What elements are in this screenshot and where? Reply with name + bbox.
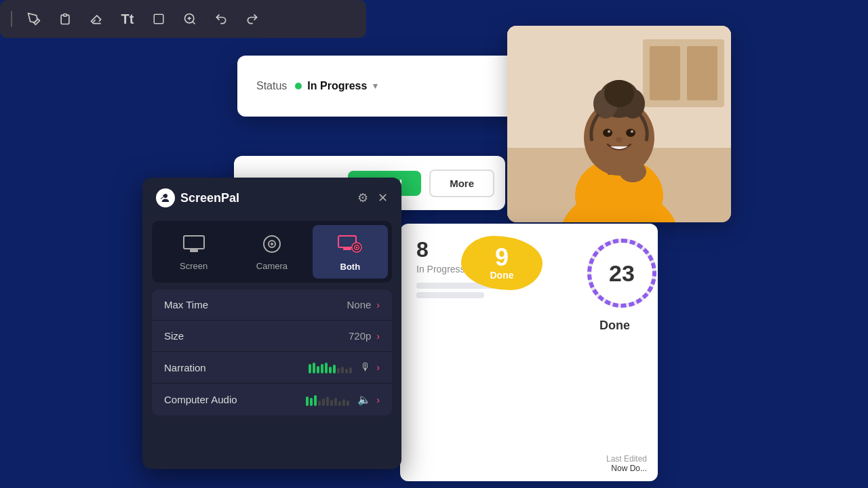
svg-point-15 <box>603 129 612 137</box>
both-icon <box>338 235 362 258</box>
highlighter-icon[interactable] <box>56 9 75 28</box>
last-edited-section: Last Edited Now Do... <box>595 446 658 481</box>
mode-both-button[interactable]: Both <box>313 225 388 279</box>
bar-2 <box>313 363 315 373</box>
cbar-10 <box>342 399 345 406</box>
cbar-1 <box>306 396 309 406</box>
svg-point-19 <box>616 137 623 142</box>
svg-point-18 <box>631 130 633 133</box>
speaker-icon: 🔈 <box>357 393 371 406</box>
cbar-5 <box>322 399 325 406</box>
svg-rect-6 <box>687 46 717 100</box>
circle-stat: 23 <box>585 236 659 310</box>
svg-rect-32 <box>343 248 351 250</box>
max-time-label: Max Time <box>164 299 208 310</box>
bar-7 <box>333 365 336 373</box>
bar-1 <box>309 364 311 373</box>
svg-rect-5 <box>650 46 680 100</box>
cbar-2 <box>310 398 313 406</box>
status-label: Status <box>256 80 287 92</box>
max-time-row[interactable]: Max Time None › <box>152 289 392 321</box>
more-button[interactable]: More <box>429 169 494 197</box>
pen-icon[interactable] <box>24 9 43 28</box>
redo-icon[interactable] <box>243 9 262 28</box>
settings-icon[interactable]: ⚙ <box>357 190 368 205</box>
svg-rect-21 <box>626 161 633 178</box>
undo-icon[interactable] <box>212 9 231 28</box>
close-icon[interactable]: ✕ <box>378 190 388 205</box>
status-panel: Status In Progress ▼ <box>237 56 522 117</box>
max-time-value: None <box>347 299 371 310</box>
mode-camera-label: Camera <box>256 261 288 271</box>
toolbar-divider <box>11 11 12 27</box>
svg-point-30 <box>271 243 273 245</box>
text-icon[interactable]: Tt <box>118 9 137 28</box>
cbar-3 <box>314 395 317 406</box>
svg-point-35 <box>356 247 358 249</box>
last-edited-label: Last Edited <box>606 454 647 464</box>
bar-11 <box>349 367 352 373</box>
circle-label: Done <box>599 319 630 333</box>
bar-6 <box>329 367 332 373</box>
size-chevron-icon: › <box>376 331 380 342</box>
narration-audio-bars <box>309 361 352 373</box>
done-count: 9 <box>495 245 509 270</box>
stat-line-2 <box>416 292 484 298</box>
cbar-11 <box>347 401 349 406</box>
logo-icon <box>156 188 175 207</box>
computer-audio-bars <box>306 394 349 406</box>
screenpal-logo: ScreenPal <box>156 188 239 207</box>
toolbar-panel: Tt <box>0 0 366 38</box>
size-label: Size <box>164 330 184 342</box>
zoom-icon[interactable] <box>180 9 199 28</box>
computer-audio-chevron-icon: › <box>376 394 380 405</box>
narration-chevron-icon: › <box>376 362 380 373</box>
svg-rect-0 <box>154 14 163 24</box>
rectangle-icon[interactable] <box>149 9 168 28</box>
svg-point-14 <box>604 80 634 107</box>
size-value: 720p <box>349 330 371 342</box>
camera-icon <box>262 235 282 257</box>
cbar-4 <box>318 401 321 406</box>
mode-screen-label: Screen <box>180 261 208 271</box>
computer-audio-row[interactable]: Computer Audio 🔈 › <box>152 384 392 415</box>
narration-right: 🎙 › <box>309 361 380 373</box>
mode-camera-button[interactable]: Camera <box>234 225 309 279</box>
computer-audio-right: 🔈 › <box>306 393 380 406</box>
status-dot <box>295 83 302 89</box>
max-time-right: None › <box>347 299 380 310</box>
bar-3 <box>317 366 319 373</box>
screen-icon <box>183 235 205 257</box>
svg-rect-26 <box>184 236 204 249</box>
bar-5 <box>325 363 328 373</box>
screenpal-panel: ScreenPal ⚙ ✕ Screen <box>142 178 401 469</box>
person-photo <box>507 26 731 222</box>
svg-point-25 <box>163 195 164 197</box>
status-value: In Progress <box>307 80 367 92</box>
bar-10 <box>345 369 348 373</box>
eraser-icon[interactable] <box>87 9 106 28</box>
mic-icon: 🎙 <box>360 361 371 373</box>
settings-section: Max Time None › Size 720p › Narration <box>152 289 392 415</box>
cbar-7 <box>330 400 333 406</box>
narration-label: Narration <box>164 362 206 373</box>
narration-row[interactable]: Narration 🎙 › <box>152 352 392 384</box>
bar-8 <box>337 368 340 373</box>
cbar-9 <box>338 401 341 406</box>
size-right: 720p › <box>349 330 380 342</box>
computer-audio-label: Computer Audio <box>164 394 237 405</box>
svg-rect-27 <box>190 249 198 252</box>
bar-4 <box>321 364 323 373</box>
mode-screen-button[interactable]: Screen <box>156 225 231 279</box>
size-row[interactable]: Size 720p › <box>152 321 392 352</box>
bar-9 <box>341 367 344 373</box>
svg-point-17 <box>608 130 610 133</box>
status-chevron-icon[interactable]: ▼ <box>371 81 379 91</box>
done-label: Done <box>490 270 514 281</box>
circle-count: 23 <box>609 260 635 287</box>
svg-point-16 <box>626 129 635 137</box>
header-actions: ⚙ ✕ <box>357 190 388 205</box>
last-edited-value: Now Do... <box>606 464 647 473</box>
screenpal-header: ScreenPal ⚙ ✕ <box>142 178 401 218</box>
mode-selector: Screen Camera <box>152 221 392 283</box>
